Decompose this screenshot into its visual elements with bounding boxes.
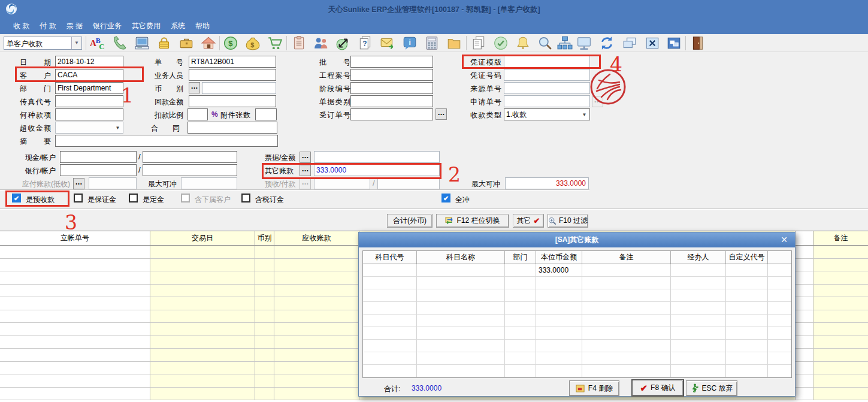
- menu-receipts[interactable]: 收 款: [13, 21, 29, 31]
- f4-delete-button[interactable]: F4 删除: [569, 380, 619, 396]
- menu-payments[interactable]: 付 款: [40, 21, 56, 31]
- department-field[interactable]: First Department: [55, 82, 123, 94]
- dcol-department[interactable]: 部门: [505, 251, 536, 264]
- voucher-no-field[interactable]: [504, 69, 590, 81]
- col-header-doc-no[interactable]: 立帐单号: [0, 231, 150, 245]
- fax-field[interactable]: [55, 95, 123, 107]
- dcol-subject-name[interactable]: 科目名称: [417, 251, 505, 264]
- apply-lookup-button[interactable]: …: [592, 96, 603, 107]
- dialog-table-row[interactable]: [363, 289, 791, 302]
- clipboard-icon[interactable]: [291, 35, 307, 51]
- f10-filter-button[interactable]: F10 过滤: [548, 214, 588, 228]
- dcol-handler[interactable]: 经办人: [671, 251, 726, 264]
- dialog-table-row[interactable]: [363, 365, 791, 377]
- f8-confirm-button[interactable]: ✔ F8 确认: [631, 379, 684, 397]
- menu-system[interactable]: 系统: [171, 21, 185, 31]
- cash-account-field1[interactable]: [60, 151, 137, 163]
- contract-field[interactable]: [187, 122, 277, 134]
- total-foreign-currency-button[interactable]: 合计(外币): [387, 214, 433, 228]
- payable-offset-field[interactable]: [89, 177, 137, 189]
- dialog-table-row[interactable]: 333.0000: [363, 264, 791, 277]
- users-icon[interactable]: [313, 35, 329, 51]
- bank-account-field2[interactable]: [143, 164, 237, 176]
- info-bubble-icon[interactable]: i: [402, 35, 418, 51]
- voucher-template-field[interactable]: [504, 56, 590, 68]
- other-accounts-lookup-button[interactable]: …: [300, 165, 311, 176]
- docno-field[interactable]: RT8A12B001: [189, 56, 276, 68]
- mail-send-icon[interactable]: [380, 35, 395, 51]
- tax-deposit-checkbox[interactable]: [241, 194, 250, 202]
- folder-icon[interactable]: [446, 35, 462, 51]
- dialog-table-row[interactable]: [363, 277, 791, 289]
- close-window-icon[interactable]: [645, 35, 660, 51]
- chevron-down-icon[interactable]: ▼: [580, 110, 589, 119]
- prepaid-checkbox[interactable]: ✔: [12, 194, 21, 202]
- bell-icon[interactable]: [515, 35, 531, 51]
- dialog-table-row[interactable]: [363, 352, 791, 365]
- menu-other-fees[interactable]: 其它费用: [132, 21, 161, 31]
- doc-question-icon[interactable]: ?: [358, 35, 373, 51]
- customer-field[interactable]: CACA: [55, 69, 123, 81]
- doc-type-combobox[interactable]: 单客户收款 ▼: [4, 37, 82, 50]
- col-header-remark[interactable]: 备注: [813, 231, 868, 245]
- menu-help[interactable]: 帮助: [195, 21, 210, 31]
- home-icon[interactable]: [201, 35, 216, 51]
- f12-column-switch-button[interactable]: F12 栏位切换: [436, 214, 509, 228]
- full-offset-checkbox[interactable]: ✔: [441, 194, 450, 202]
- esc-cancel-button[interactable]: ESC 放弃: [686, 380, 737, 396]
- project-field[interactable]: [350, 69, 433, 81]
- doccat-field[interactable]: [350, 95, 433, 107]
- cascade-windows-icon[interactable]: [622, 35, 637, 51]
- cash-account-field2[interactable]: [143, 151, 237, 163]
- chevron-down-icon[interactable]: ▼: [113, 123, 122, 132]
- payable-lookup-button[interactable]: …: [73, 178, 84, 189]
- overreceipt-combobox[interactable]: ▼: [55, 122, 123, 134]
- dollar-coin-icon[interactable]: $: [223, 35, 238, 51]
- shopping-cart-icon[interactable]: [267, 35, 283, 51]
- exit-door-icon[interactable]: [690, 35, 706, 51]
- menu-bills[interactable]: 票 据: [66, 21, 83, 31]
- date-field[interactable]: 2018-10-12: [55, 56, 123, 68]
- abc-letters-icon[interactable]: ABC: [90, 35, 105, 51]
- receipt-type-combobox[interactable]: 1.收款 ▼: [504, 108, 590, 120]
- money-bag-icon[interactable]: $: [245, 35, 261, 51]
- deposit-checkbox[interactable]: [129, 194, 138, 202]
- transfer-arrows-icon[interactable]: [335, 35, 351, 51]
- calculator-icon[interactable]: [424, 35, 440, 51]
- col-header-receivable[interactable]: 应收账款: [274, 231, 359, 245]
- refresh-icon[interactable]: [599, 35, 615, 51]
- deduct-field[interactable]: [187, 108, 208, 120]
- dcol-subject-code[interactable]: 科目代号: [363, 251, 417, 264]
- currency-field[interactable]: [202, 82, 276, 94]
- monitor-icon[interactable]: [576, 35, 592, 51]
- guarantee-checkbox[interactable]: [74, 194, 83, 202]
- summary-field[interactable]: [55, 135, 278, 147]
- prepaid-lookup-button[interactable]: …: [300, 178, 311, 189]
- bank-account-field1[interactable]: [60, 164, 137, 176]
- refund-field[interactable]: [189, 95, 276, 107]
- computer-icon[interactable]: [134, 35, 150, 51]
- dcol-base-amount[interactable]: 本位币金额: [536, 251, 582, 264]
- dcol-remark[interactable]: 备注: [582, 251, 671, 264]
- dialog-table-row[interactable]: [363, 340, 791, 352]
- sub-customer-checkbox[interactable]: [181, 194, 190, 202]
- attach-field[interactable]: [255, 108, 277, 120]
- other-accounts-field[interactable]: 333.0000: [314, 164, 440, 176]
- check-circle-icon[interactable]: [493, 35, 509, 51]
- menu-banking[interactable]: 银行业务: [93, 21, 122, 31]
- bill-amount-field[interactable]: [314, 151, 440, 163]
- col-header-trade-date[interactable]: 交易日: [150, 231, 255, 245]
- bill-lookup-button[interactable]: …: [300, 152, 311, 163]
- max-offset-left-field[interactable]: [181, 177, 237, 189]
- dialog-table-row[interactable]: [363, 315, 791, 327]
- copy-documents-icon[interactable]: [471, 35, 486, 51]
- search-icon[interactable]: [537, 35, 553, 51]
- salesman-field[interactable]: [189, 69, 276, 81]
- prepaid-field2[interactable]: [377, 177, 440, 189]
- window-restore-icon[interactable]: [666, 35, 682, 51]
- dialog-close-button[interactable]: ✕: [777, 234, 791, 246]
- max-offset-right-field[interactable]: 333.0000: [505, 177, 589, 189]
- apply-no-field[interactable]: [504, 95, 590, 107]
- dialog-table-row[interactable]: [363, 302, 791, 315]
- order-lookup-button[interactable]: …: [435, 108, 447, 120]
